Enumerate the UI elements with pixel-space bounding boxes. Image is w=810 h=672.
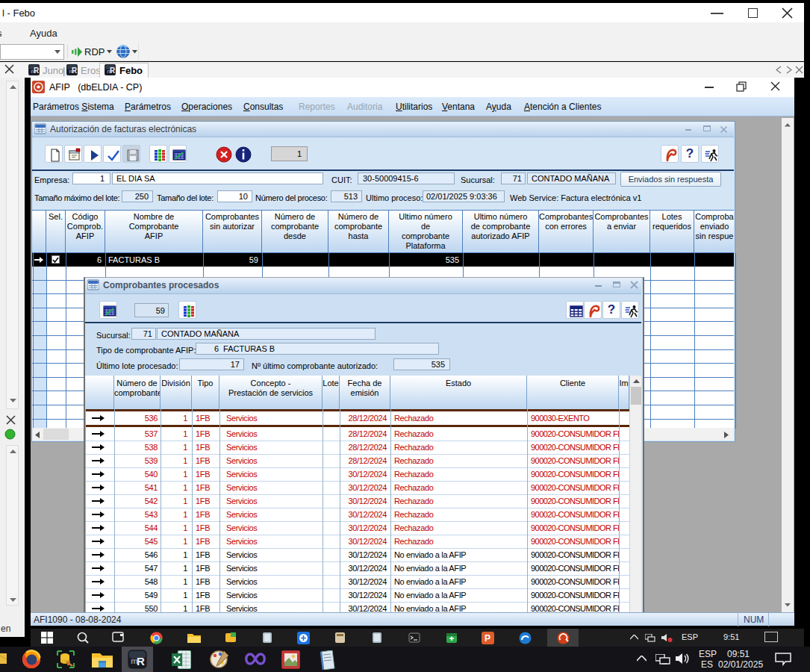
svg-text:R: R bbox=[72, 66, 78, 75]
svg-text:R: R bbox=[34, 66, 40, 75]
svg-text:P: P bbox=[485, 633, 490, 644]
svg-text:R: R bbox=[110, 66, 116, 75]
svg-text:R: R bbox=[137, 655, 145, 668]
